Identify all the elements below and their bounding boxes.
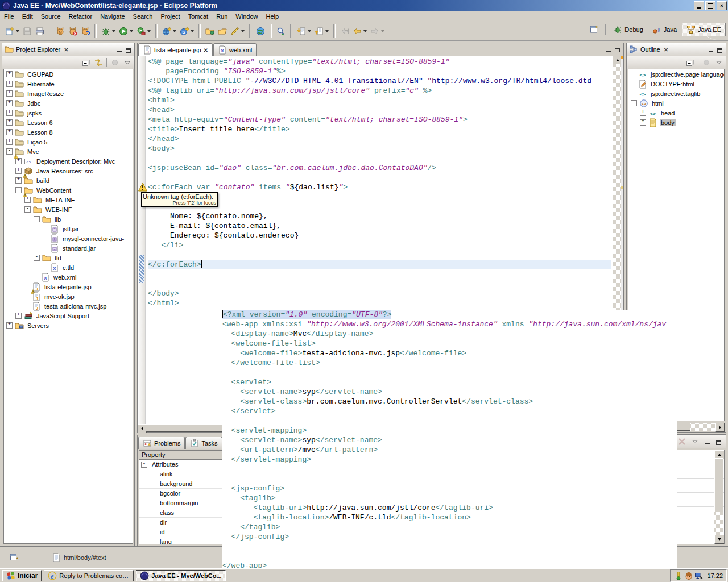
expand-icon[interactable]: + xyxy=(640,110,646,116)
open-folder-1-button[interactable] xyxy=(204,25,216,38)
menu-help[interactable]: Help xyxy=(262,12,283,21)
taskbar-button-reply-to-problemas-com[interactable]: eReply to Problemas com ... xyxy=(44,570,134,581)
maximize-view-icon[interactable] xyxy=(715,439,722,445)
explorer-item-cgupad[interactable]: +CGUPAD xyxy=(4,69,133,79)
perspective-java[interactable]: JJava xyxy=(648,23,681,36)
external-tools-dropdown-icon[interactable] xyxy=(147,30,151,32)
view-menu-icon[interactable] xyxy=(690,437,700,446)
print-button[interactable] xyxy=(34,25,46,38)
explorer-item-tld[interactable]: -tld xyxy=(4,253,133,263)
expand-icon[interactable]: + xyxy=(15,177,22,184)
tomcat-stop-button[interactable] xyxy=(67,25,78,38)
explorer-item-hibernate[interactable]: +Hibernate xyxy=(4,79,133,89)
debug-dropdown-icon[interactable] xyxy=(112,30,115,32)
new-web-project-button[interactable] xyxy=(161,25,177,38)
explorer-item-mysql-connector-java[interactable]: mysql-connector-java- xyxy=(4,234,133,243)
expand-icon[interactable]: + xyxy=(6,71,13,77)
fast-view-icon[interactable] xyxy=(10,553,19,562)
view-tab-problems[interactable]: Problems xyxy=(138,436,185,449)
expand-icon[interactable]: + xyxy=(15,168,22,174)
minimize-view-icon[interactable] xyxy=(707,47,714,53)
menu-project[interactable]: Project xyxy=(156,12,184,21)
perspective-debug[interactable]: Debug xyxy=(609,23,647,36)
explorer-item-deployment-descriptor-mvc[interactable]: +2.5Deployment Descriptor: Mvc xyxy=(4,156,133,166)
view-menu-icon[interactable] xyxy=(714,58,723,67)
collapse-icon[interactable]: - xyxy=(15,187,22,193)
explorer-item-java-resources-src[interactable]: +Java Resources: src xyxy=(4,166,133,176)
expand-icon[interactable]: + xyxy=(6,100,13,106)
previous-annotation-button[interactable] xyxy=(313,25,330,38)
explorer-item-jstl-jar[interactable]: jstl.jar xyxy=(4,224,133,234)
outline-item-body[interactable]: +body xyxy=(628,118,724,127)
expand-icon[interactable]: + xyxy=(6,129,13,135)
view-menu-icon[interactable] xyxy=(123,58,132,67)
webxml-code[interactable]: <?xml version="1.0" encoding="UTF-8"?><w… xyxy=(222,310,677,569)
outline-item-html[interactable]: -<>html xyxy=(628,98,724,108)
collapse-icon[interactable]: - xyxy=(6,148,13,155)
expand-icon[interactable]: + xyxy=(640,119,646,126)
explorer-item-jdbc[interactable]: +Jdbc xyxy=(4,98,133,108)
new-web-service-button[interactable]: S xyxy=(179,25,195,38)
next-annotation-dropdown-icon[interactable] xyxy=(308,30,311,32)
collapse-icon[interactable]: - xyxy=(141,462,147,468)
close-tab-icon[interactable]: ✕ xyxy=(204,47,208,53)
view-close-icon[interactable]: ✕ xyxy=(664,47,668,53)
list-vscrollbar[interactable] xyxy=(714,450,724,544)
new-wizard-dropdown-icon[interactable] xyxy=(16,30,19,32)
explorer-item-li-o-5[interactable]: +Lição 5 xyxy=(4,137,133,147)
menu-navigate[interactable]: Navigate xyxy=(96,12,129,21)
collapse-icon[interactable]: - xyxy=(34,216,40,222)
new-web-service-dropdown-icon[interactable] xyxy=(191,30,194,32)
menu-file[interactable]: File xyxy=(0,12,18,21)
menu-search[interactable]: Search xyxy=(129,12,157,21)
expand-icon[interactable]: + xyxy=(15,158,22,164)
highlighter-dropdown-icon[interactable] xyxy=(241,30,245,32)
menu-window[interactable]: Window xyxy=(231,12,262,21)
editor-tab-web-xml[interactable]: Xweb.xml xyxy=(213,43,257,56)
menu-source[interactable]: Source xyxy=(37,12,65,21)
next-annotation-button[interactable] xyxy=(296,25,312,38)
explorer-item-javascript-support[interactable]: +JavaScript Support xyxy=(4,311,133,321)
start-button[interactable]: Iniciar xyxy=(2,570,42,581)
expand-icon[interactable]: + xyxy=(15,313,22,319)
run-button[interactable] xyxy=(118,25,134,38)
menu-run[interactable]: Run xyxy=(212,12,231,21)
debug-button[interactable] xyxy=(100,25,117,38)
external-tools-button[interactable] xyxy=(135,25,152,38)
explorer-item-testa-adiciona-mvc-jsp[interactable]: Jtesta-adiciona-mvc.jsp xyxy=(4,301,133,311)
explorer-item-webcontent[interactable]: -WebContent xyxy=(4,185,133,195)
run-dropdown-icon[interactable] xyxy=(130,30,133,32)
perspective-java-ee[interactable]: Java EE xyxy=(682,23,726,36)
collapse-all-icon[interactable] xyxy=(685,58,694,67)
view-close-icon[interactable]: ✕ xyxy=(64,47,68,53)
tomcat-start-button[interactable] xyxy=(55,25,66,38)
explorer-item-c-tld[interactable]: Xc.tld xyxy=(4,263,133,272)
collapse-icon[interactable]: - xyxy=(631,100,637,106)
taskbar-button-java-ee-mvc-webco[interactable]: Java EE - Mvc/WebCo... xyxy=(136,570,226,581)
outline-item-doctype-html[interactable]: DOCTYPE:html xyxy=(628,79,724,89)
new-web-project-dropdown-icon[interactable] xyxy=(173,30,176,32)
collapse-icon[interactable]: - xyxy=(34,255,40,261)
forward-dropdown-icon[interactable] xyxy=(381,30,384,32)
expand-icon[interactable]: + xyxy=(6,90,13,97)
collapse-all-icon[interactable] xyxy=(81,58,90,67)
outline-item-head[interactable]: +<>head xyxy=(628,108,724,118)
maximize-view-icon[interactable] xyxy=(125,47,132,53)
explorer-item-imageresize[interactable]: +ImageResize xyxy=(4,89,133,98)
menu-refactor[interactable]: Refactor xyxy=(65,12,97,21)
explorer-item-mvc-ok-jsp[interactable]: Jmvc-ok.jsp xyxy=(4,292,133,301)
restore-button[interactable] xyxy=(705,1,715,10)
maximize-editor-icon[interactable] xyxy=(614,46,621,52)
expand-icon[interactable]: + xyxy=(6,322,13,329)
minimize-view-icon[interactable] xyxy=(704,439,711,445)
explorer-item-jspks[interactable]: +jspks xyxy=(4,108,133,118)
outline-item-jsp-directive-taglib[interactable]: <>jsp:directive.taglib xyxy=(628,89,724,98)
maximize-view-icon[interactable] xyxy=(716,47,723,53)
expand-icon[interactable]: + xyxy=(6,81,13,87)
back-button[interactable] xyxy=(351,25,368,38)
explorer-item-standard-jar[interactable]: standard.jar xyxy=(4,243,133,253)
web-browser-button[interactable] xyxy=(255,25,266,38)
tray-user-icon[interactable] xyxy=(684,571,693,580)
collapse-icon[interactable]: - xyxy=(24,206,31,213)
previous-annotation-dropdown-icon[interactable] xyxy=(325,30,329,32)
